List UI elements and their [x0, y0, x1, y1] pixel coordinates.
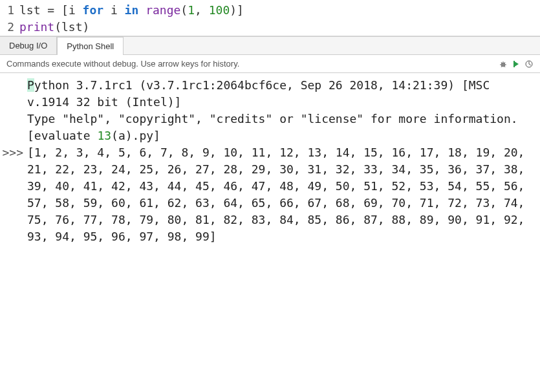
- code-editor[interactable]: 1 2 lst = [i for i in range(1, 100)]prin…: [0, 0, 540, 36]
- line-number: 2: [0, 19, 14, 36]
- punct: (: [180, 3, 188, 17]
- shell-command: [evaluate 13(a).py]: [27, 127, 537, 144]
- keyword: in: [125, 3, 139, 17]
- shell-banner: Type "help", "copyright", "credits" or "…: [27, 111, 537, 127]
- punct: (: [54, 20, 61, 34]
- cursor-highlight: P: [27, 78, 34, 92]
- debug-toggle-icon[interactable]: [512, 60, 521, 69]
- identifier: lst: [61, 20, 83, 34]
- punct: )]: [230, 3, 244, 17]
- builtin: range: [146, 3, 180, 17]
- code-line[interactable]: lst = [i for i in range(1, 100)]: [19, 2, 540, 19]
- identifier: i: [69, 3, 76, 17]
- options-icon[interactable]: [524, 60, 534, 69]
- code-line[interactable]: print(lst): [19, 19, 540, 36]
- keyword: for: [83, 3, 104, 17]
- number: 100: [209, 3, 230, 17]
- number: 1: [188, 3, 195, 17]
- output-tabs: Debug I/O Python Shell: [0, 36, 540, 55]
- identifier: i: [111, 3, 118, 17]
- svg-rect-2: [513, 61, 515, 67]
- shell-result: [1, 2, 3, 4, 5, 6, 7, 8, 9, 10, 11, 12, …: [27, 144, 537, 245]
- shell-output[interactable]: Python 3.7.1rc1 (v3.7.1rc1:2064bcf6ce, S…: [27, 77, 540, 245]
- line-gutter: 1 2: [0, 0, 19, 36]
- tab-debug-io[interactable]: Debug I/O: [0, 37, 57, 54]
- shell-infobar: Commands execute without debug. Use arro…: [0, 55, 540, 73]
- punct: ): [83, 20, 90, 34]
- line-number: 1: [0, 2, 14, 19]
- tab-python-shell[interactable]: Python Shell: [57, 37, 124, 55]
- operator: = [: [41, 3, 69, 17]
- python-shell[interactable]: >>> Python 3.7.1rc1 (v3.7.1rc1:2064bcf6c…: [0, 73, 540, 245]
- builtin: print: [19, 20, 54, 34]
- bug-icon[interactable]: [499, 60, 508, 69]
- shell-gutter: >>>: [0, 77, 27, 245]
- shell-hint: Commands execute without debug. Use arro…: [6, 59, 239, 69]
- identifier: lst: [19, 3, 41, 17]
- code-content[interactable]: lst = [i for i in range(1, 100)]print(ls…: [19, 0, 540, 36]
- punct: ,: [195, 3, 209, 17]
- prompt: >>>: [0, 144, 23, 161]
- shell-banner: Python 3.7.1rc1 (v3.7.1rc1:2064bcf6ce, S…: [27, 77, 537, 111]
